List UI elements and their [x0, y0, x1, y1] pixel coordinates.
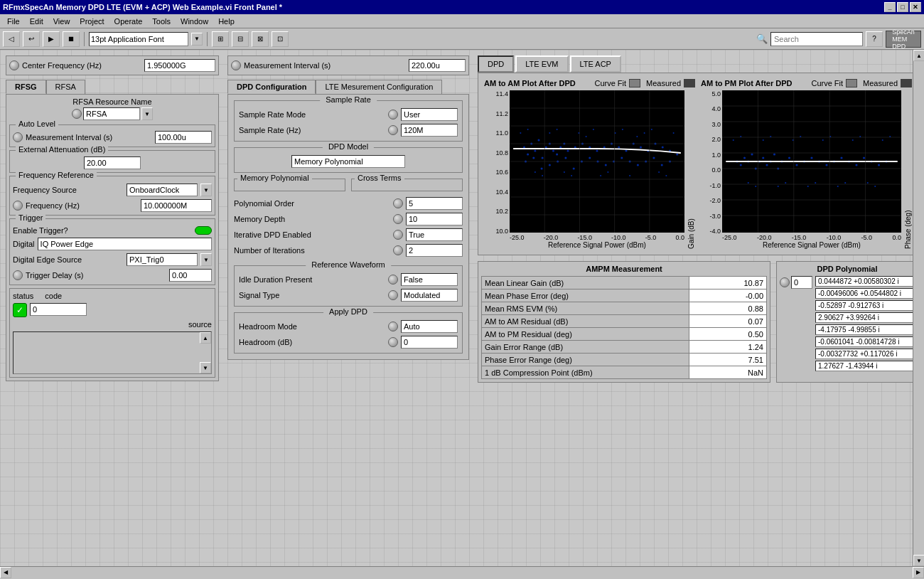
table-row: Gain Error Range (dB)1.24 — [482, 341, 767, 354]
center-freq-value[interactable]: 1.950000G — [144, 59, 215, 72]
close-button[interactable]: ✕ — [910, 2, 921, 12]
memory-depth-knob[interactable] — [393, 214, 403, 224]
vertical-scrollbar[interactable]: ▲ ▼ — [913, 50, 924, 566]
sample-rate-hz-knob[interactable] — [388, 125, 398, 135]
minimize-button[interactable]: _ — [884, 2, 896, 12]
toolbar-btn4[interactable]: ⊟ — [232, 31, 249, 47]
menu-file[interactable]: File — [3, 16, 24, 27]
iq-power-edge-value[interactable]: IQ Power Edge — [38, 238, 212, 250]
sample-rate-mode-label: Sample Rate Mode — [239, 110, 385, 119]
rfsa-resource-dropdown[interactable]: ▼ — [141, 107, 153, 120]
menu-view[interactable]: View — [49, 16, 75, 27]
svg-point-102 — [855, 164, 857, 166]
tab-dpd-config[interactable]: DPD Configuration — [227, 80, 316, 94]
rfsa-resource-value[interactable]: RFSA — [83, 107, 140, 120]
scroll-up[interactable]: ▲ — [200, 332, 211, 344]
sample-rate-mode-value[interactable]: User — [401, 108, 458, 121]
table-row: Mean Linear Gain (dB)10.87 — [482, 277, 767, 290]
log-scrollbar[interactable]: ▲ ▼ — [200, 332, 211, 373]
signal-type-value[interactable]: Modulated — [401, 289, 458, 302]
meas-interval-knob[interactable] — [13, 132, 23, 142]
svg-point-53 — [564, 171, 565, 173]
freq-source-dropdown[interactable]: ▼ — [200, 184, 212, 196]
menu-operate[interactable]: Operate — [110, 16, 147, 27]
sample-rate-mode-knob[interactable] — [388, 110, 398, 119]
headroom-mode-knob[interactable] — [388, 322, 398, 331]
iterative-dpd-knob[interactable] — [393, 230, 403, 240]
rfsa-resource-knob[interactable] — [72, 109, 82, 119]
sample-rate-hz-value[interactable]: 120M — [401, 124, 458, 137]
memory-depth-value[interactable]: 10 — [406, 213, 463, 225]
menu-help[interactable]: Help — [214, 16, 239, 27]
tab-lte-acp[interactable]: LTE ACP — [570, 55, 621, 73]
toolbar-run-btn[interactable]: ▶ — [43, 31, 60, 47]
toolbar-back-btn[interactable]: ◁ — [3, 31, 20, 47]
tab-rfsa[interactable]: RFSA — [46, 80, 85, 94]
svg-point-117 — [807, 186, 809, 187]
scroll-up-btn[interactable]: ▲ — [913, 50, 924, 61]
enable-trigger-led[interactable] — [195, 226, 212, 235]
toolbar-btn3[interactable]: ⊞ — [212, 31, 229, 47]
tab-dpd[interactable]: DPD — [478, 55, 514, 73]
dpd-poly-index-knob[interactable] — [780, 277, 790, 287]
idle-duration-value[interactable]: False — [401, 273, 458, 286]
font-select[interactable] — [89, 32, 188, 46]
am-pm-y-axis: 5.0 4.0 3.0 2.0 1.0 0.0 -1.0 -2.0 -3.0 -… — [701, 90, 722, 249]
toolbar-btn6[interactable]: ⊡ — [272, 31, 289, 47]
meas-interval-value[interactable]: 100.00u — [155, 131, 212, 144]
svg-point-50 — [542, 175, 543, 176]
horizontal-scrollbar[interactable]: ◀ ▶ — [0, 566, 924, 578]
center-freq-knob[interactable] — [9, 60, 19, 70]
freq-hz-knob[interactable] — [13, 201, 23, 211]
menu-edit[interactable]: Edit — [26, 16, 48, 27]
dpd-model-value[interactable]: Memory Polynomial — [291, 155, 405, 168]
code-value[interactable]: 0 — [30, 303, 87, 316]
maximize-button[interactable]: □ — [897, 2, 908, 12]
poly-order-knob[interactable] — [393, 198, 403, 208]
font-dropdown-arrow[interactable]: ▼ — [191, 33, 203, 46]
svg-point-57 — [593, 129, 594, 130]
help-button[interactable]: ? — [866, 31, 883, 47]
scroll-down[interactable]: ▼ — [200, 362, 211, 373]
scroll-right-btn[interactable]: ▶ — [913, 567, 924, 578]
dpd-poly-index-value[interactable]: 0 — [791, 276, 812, 289]
scroll-left-btn[interactable]: ◀ — [0, 567, 11, 578]
menu-window[interactable]: Window — [176, 16, 213, 27]
headroom-mode-value[interactable]: Auto — [401, 320, 458, 333]
menu-project[interactable]: Project — [75, 16, 108, 27]
window-controls[interactable]: _ □ ✕ — [884, 2, 921, 12]
headroom-db-knob[interactable] — [388, 337, 398, 347]
freq-source-value[interactable]: OnboardClock — [127, 184, 198, 196]
curve-fit-label2: Curve Fit — [811, 79, 843, 87]
tab-lte-config[interactable]: LTE Mesurement Configuration — [316, 80, 442, 94]
idle-duration-knob[interactable] — [388, 275, 398, 285]
trigger-delay-knob[interactable] — [13, 270, 23, 280]
measured-swatch1 — [684, 79, 695, 87]
mid-meas-interval-value[interactable]: 220.00u — [409, 59, 466, 72]
toolbar-forward-btn[interactable]: ↩ — [23, 31, 40, 47]
mid-meas-interval-knob[interactable] — [231, 60, 241, 70]
signal-type-knob[interactable] — [388, 290, 398, 300]
freq-hz-value[interactable]: 10.000000M — [141, 199, 212, 212]
tab-rfsg[interactable]: RFSG — [6, 80, 46, 94]
search-input[interactable] — [770, 32, 863, 46]
iterative-dpd-value[interactable]: True — [406, 228, 463, 241]
num-iterations-value[interactable]: 2 — [406, 244, 463, 257]
digital-edge-value[interactable]: PXI_Trig0 — [127, 253, 198, 266]
toolbar-btn5[interactable]: ⊠ — [252, 31, 269, 47]
tab-lte-evm[interactable]: LTE EVM — [515, 55, 568, 73]
num-iterations-knob[interactable] — [393, 245, 403, 255]
headroom-db-value[interactable]: 0 — [401, 336, 458, 349]
poly-order-value[interactable]: 5 — [406, 197, 463, 210]
toolbar-stop-btn[interactable]: ⏹ — [63, 31, 80, 47]
am-am-plot[interactable] — [510, 90, 684, 233]
trigger-delay-value[interactable]: 0.00 — [169, 269, 212, 282]
am-pm-plot[interactable] — [722, 90, 901, 233]
scroll-down-btn[interactable]: ▼ — [913, 555, 924, 566]
digital-edge-dropdown[interactable]: ▼ — [200, 253, 212, 266]
menu-tools[interactable]: Tools — [148, 16, 175, 27]
svg-point-66 — [658, 171, 660, 173]
svg-point-118 — [815, 182, 816, 184]
svg-point-38 — [605, 164, 607, 166]
ext-atten-value[interactable]: 20.00 — [84, 156, 141, 169]
